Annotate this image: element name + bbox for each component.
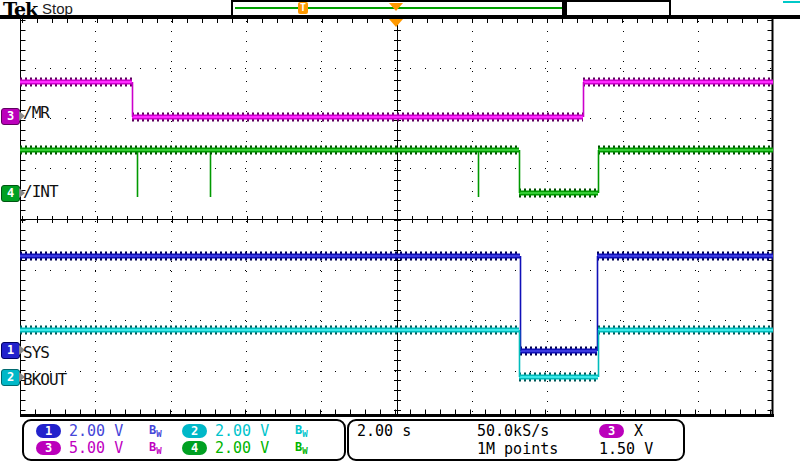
ch3-badge: 3 xyxy=(36,441,61,455)
trace-label-mr: /MR xyxy=(23,103,49,122)
ch4-bandwidth-icon: BW xyxy=(295,440,308,456)
trigger-source-readout[interactable]: 3 X xyxy=(599,423,643,439)
trace-label-int: /INT xyxy=(23,182,58,201)
ch2-scale-value: 2.00 V xyxy=(215,422,277,440)
ch1-scale-value: 2.00 V xyxy=(69,422,131,440)
ch1-scale-readout[interactable]: 1 2.00 V BW xyxy=(36,423,162,439)
record-view-bar[interactable]: T xyxy=(231,0,671,17)
sample-rate-readout: 50.0kS/s xyxy=(477,423,549,439)
channel-scale-readouts: 1 2.00 V BW 2 2.00 V BW 3 5.00 V BW 4 2.… xyxy=(22,419,346,461)
ch4-scale-value: 2.00 V xyxy=(215,439,277,457)
trigger-slope-icon: X xyxy=(634,422,643,440)
channel-1-marker[interactable]: 1 xyxy=(1,342,20,359)
channel-4-marker[interactable]: 4 xyxy=(1,185,20,202)
record-trigger-position-icon[interactable] xyxy=(389,3,403,11)
trace-label-sys: SYS xyxy=(23,343,49,362)
ch4-scale-readout[interactable]: 4 2.00 V BW xyxy=(182,440,308,456)
channel-3-marker[interactable]: 3 xyxy=(1,108,20,125)
top-right-teal-tick xyxy=(783,1,800,3)
ch3-bandwidth-icon: BW xyxy=(149,440,162,456)
oscilloscope-screen: Tek Stop T 3 4 1 2 /MR /INT SYS BKOUT 1 … xyxy=(0,0,800,461)
ch1-bandwidth-icon: BW xyxy=(149,423,162,439)
ch1-badge: 1 xyxy=(36,424,61,438)
ch3-scale-value: 5.00 V xyxy=(69,439,131,457)
channel-2-marker[interactable]: 2 xyxy=(1,369,20,386)
timebase-readout[interactable]: 2.00 s xyxy=(357,423,411,439)
ch2-bandwidth-icon: BW xyxy=(295,423,308,439)
waveform-display xyxy=(0,0,800,461)
record-length-readout: 1M points xyxy=(477,441,558,457)
trace-label-bkout: BKOUT xyxy=(23,370,66,389)
ch2-badge: 2 xyxy=(182,424,207,438)
trigger-level-readout[interactable]: 1.50 V xyxy=(599,441,653,457)
record-window-bracket[interactable] xyxy=(562,2,567,15)
horizontal-trigger-readouts: 2.00 s 50.0kS/s 3 X 1M points 1.50 V xyxy=(347,419,685,461)
trigger-position-icon[interactable] xyxy=(389,19,403,27)
ch3-scale-readout[interactable]: 3 5.00 V BW xyxy=(36,440,162,456)
trigger-source-badge: 3 xyxy=(599,424,624,438)
ch4-badge: 4 xyxy=(182,441,207,455)
trigger-t-marker[interactable]: T xyxy=(298,2,308,14)
ch2-scale-readout[interactable]: 2 2.00 V BW xyxy=(182,423,308,439)
